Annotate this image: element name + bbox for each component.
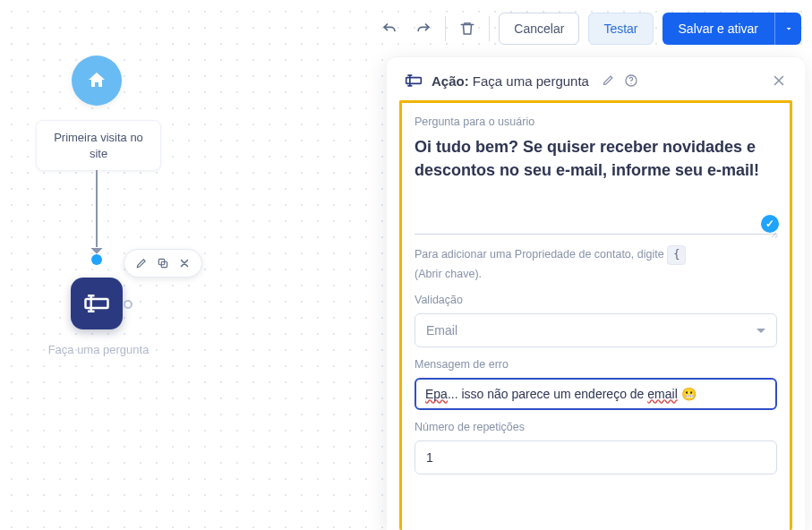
validation-select-value: Email (426, 323, 457, 338)
undo-button[interactable] (377, 13, 402, 45)
brace-chip[interactable]: { (667, 245, 686, 264)
flow-area: Primeira visita no site Faça uma pergunt… (0, 45, 385, 528)
toolbar-divider (489, 16, 490, 41)
cancel-button[interactable]: Cancelar (499, 13, 579, 45)
action-editor-panel: Ação: Faça uma pergunta Pergunta para o … (387, 57, 805, 530)
repeat-field-label: Número de repetições (415, 421, 777, 433)
panel-header: Ação: Faça uma pergunta (387, 57, 805, 100)
node-input-port[interactable] (91, 254, 102, 265)
start-node-label[interactable]: Primeira visita no site (36, 120, 161, 171)
node-output-port[interactable] (124, 300, 132, 309)
test-button[interactable]: Testar (588, 13, 653, 45)
home-icon (86, 70, 107, 91)
hint-text-after: (Abrir chave). (415, 268, 482, 280)
error-emoji: 😬 (678, 387, 697, 401)
question-field-label: Pergunta para o usuário (415, 115, 777, 128)
resize-grip-icon[interactable] (768, 229, 776, 237)
copy-icon (157, 257, 169, 269)
duplicate-node-button[interactable] (153, 253, 173, 273)
close-icon (178, 257, 191, 269)
contact-property-hint: Para adicionar uma Propriedade de contat… (415, 245, 777, 282)
toolbar-divider (445, 16, 446, 41)
error-word-mid: ... isso não parece um endereço de (448, 387, 647, 401)
error-field-label: Mensagem de erro (415, 358, 777, 371)
ask-question-node-label: Faça uma pergunta (45, 342, 152, 358)
chevron-down-icon (783, 23, 794, 34)
question-textarea[interactable] (415, 135, 777, 235)
hint-text-before: Para adicionar uma Propriedade de contat… (415, 248, 664, 261)
node-actions-toolbar (124, 249, 202, 278)
edit-node-button[interactable] (132, 253, 151, 273)
question-field-wrap: ✓ (415, 135, 777, 238)
chevron-down-icon (756, 329, 765, 338)
top-toolbar: Cancelar Testar Salvar e ativar (377, 13, 801, 45)
panel-body: Pergunta para o usuário ✓ Para adicionar… (399, 100, 792, 530)
redo-button[interactable] (411, 13, 436, 45)
flow-arrow (96, 170, 98, 247)
svg-rect-2 (86, 299, 108, 308)
ask-question-node[interactable] (71, 278, 123, 329)
delete-button[interactable] (455, 13, 480, 45)
help-button[interactable] (624, 73, 638, 88)
edit-title-button[interactable] (602, 73, 615, 88)
svg-rect-3 (406, 78, 422, 84)
repeat-count-input[interactable] (415, 440, 777, 474)
error-word-2: email (647, 387, 677, 401)
panel-title-actions (602, 73, 638, 88)
panel-title-text: Faça uma pergunta (473, 73, 589, 89)
input-action-icon (83, 290, 110, 317)
error-word-1: Epa (425, 387, 448, 401)
pencil-icon (602, 73, 615, 87)
input-action-icon (405, 72, 423, 90)
undo-icon (380, 20, 398, 38)
save-split-button: Salvar e ativar (662, 13, 801, 45)
redo-icon (415, 20, 432, 38)
validation-select[interactable]: Email (415, 313, 777, 347)
trash-icon (459, 21, 475, 37)
svg-point-5 (630, 83, 631, 84)
delete-node-button[interactable] (175, 253, 194, 273)
panel-title: Ação: Faça uma pergunta (432, 73, 589, 89)
help-icon (624, 73, 638, 88)
panel-title-prefix: Ação: (432, 73, 469, 89)
error-message-input[interactable]: Epa... isso não parece um endereço de em… (415, 378, 777, 410)
save-activate-button[interactable]: Salvar e ativar (662, 13, 774, 45)
close-panel-button[interactable] (771, 73, 787, 89)
pencil-icon (135, 257, 148, 269)
close-icon (771, 73, 787, 89)
start-node[interactable] (72, 56, 122, 106)
validation-field-label: Validação (415, 294, 777, 306)
save-dropdown-button[interactable] (774, 13, 801, 45)
